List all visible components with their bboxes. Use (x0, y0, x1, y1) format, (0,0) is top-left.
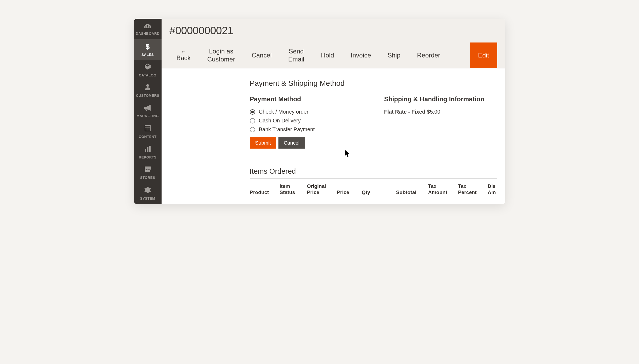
col-price: Price (337, 183, 351, 196)
action-bar: ← Back Login as Customer Cancel Send Ema… (170, 42, 497, 68)
radio-icon (250, 127, 255, 132)
person-icon (145, 84, 150, 92)
payment-shipping-columns: Payment Method Check / Money order Cash … (250, 95, 497, 149)
col-original-price: OriginalPrice (307, 183, 326, 196)
chart-icon (144, 146, 151, 154)
shipping-column: Shipping & Handling Information Flat Rat… (384, 95, 497, 149)
items-ordered-heading: Items Ordered (250, 167, 497, 179)
shipping-method-label: Flat Rate - Fixed (384, 109, 425, 115)
items-ordered-section: Items Ordered Product ItemStatus Origina… (250, 167, 497, 196)
svg-rect-1 (145, 126, 150, 131)
submit-button[interactable]: Submit (250, 137, 276, 149)
sidebar-item-sales[interactable]: $ SALES (134, 39, 162, 60)
svg-point-0 (146, 84, 149, 87)
sidebar-item-marketing[interactable]: MARKETING (134, 101, 162, 122)
col-tax-amount: TaxAmount (428, 183, 447, 196)
col-tax-percent: TaxPercent (458, 183, 477, 196)
sidebar-item-reports[interactable]: REPORTS (134, 142, 162, 163)
reorder-button[interactable]: Reorder (410, 42, 447, 68)
admin-sidebar: DASHBOARD $ SALES CATALOG CUSTOMERS MARK… (134, 19, 162, 204)
sidebar-item-content[interactable]: CONTENT (134, 122, 162, 142)
col-qty: Qty (362, 183, 385, 196)
page-title: #0000000021 (170, 25, 497, 37)
sidebar-label: REPORTS (139, 155, 156, 159)
items-table-header: Product ItemStatus OriginalPrice Price Q… (250, 183, 497, 196)
shipping-amount: $5.00 (427, 109, 440, 115)
app-window: DASHBOARD $ SALES CATALOG CUSTOMERS MARK… (134, 19, 505, 204)
svg-rect-6 (149, 146, 151, 152)
payment-option-bank-transfer[interactable]: Bank Transfer Payment (250, 126, 363, 133)
cancel-payment-button[interactable]: Cancel (278, 137, 305, 149)
shipping-info: Flat Rate - Fixed $5.00 (384, 109, 497, 115)
radio-label: Bank Transfer Payment (259, 126, 315, 133)
col-subtotal: Subtotal (396, 183, 418, 196)
sidebar-label: SYSTEM (140, 196, 155, 200)
dashboard-icon (144, 22, 151, 30)
col-item-status: ItemStatus (280, 183, 296, 196)
sidebar-label: SALES (141, 53, 154, 57)
hold-button[interactable]: Hold (314, 42, 341, 68)
sidebar-label: CATALOG (139, 73, 156, 77)
payment-option-check-money-order[interactable]: Check / Money order (250, 109, 363, 115)
catalog-icon (144, 63, 151, 72)
gear-icon (144, 187, 151, 195)
sidebar-label: DASHBOARD (136, 32, 160, 36)
payment-shipping-heading: Payment & Shipping Method (250, 79, 497, 90)
sidebar-item-stores[interactable]: STORES (134, 163, 162, 183)
layout-icon (144, 125, 151, 133)
sidebar-item-dashboard[interactable]: DASHBOARD (134, 19, 162, 39)
ship-button[interactable]: Ship (381, 42, 407, 68)
radio-label: Check / Money order (259, 109, 309, 115)
main-panel: Payment & Shipping Method Payment Method… (162, 68, 505, 204)
dollar-icon: $ (146, 42, 150, 51)
shipping-heading: Shipping & Handling Information (384, 95, 497, 103)
sidebar-label: CONTENT (139, 135, 156, 139)
svg-rect-4 (145, 149, 146, 152)
edit-button[interactable]: Edit (470, 42, 497, 68)
content-area: #0000000021 ← Back Login as Customer Can… (162, 19, 505, 204)
page-header: #0000000021 ← Back Login as Customer Can… (162, 19, 505, 68)
sidebar-item-system[interactable]: SYSTEM (134, 183, 162, 204)
radio-label: Cash On Delivery (259, 118, 301, 124)
back-label: Back (177, 54, 191, 62)
payment-column: Payment Method Check / Money order Cash … (250, 95, 363, 149)
cancel-button[interactable]: Cancel (245, 42, 279, 68)
store-icon (144, 166, 151, 174)
sidebar-label: CUSTOMERS (136, 94, 159, 98)
megaphone-icon (144, 105, 151, 112)
svg-rect-5 (147, 147, 148, 152)
radio-icon (250, 118, 255, 123)
sidebar-label: STORES (140, 176, 155, 180)
arrow-left-icon: ← (181, 49, 186, 55)
col-discount: DisAm (488, 183, 497, 196)
col-product: Product (250, 183, 269, 196)
sidebar-item-customers[interactable]: CUSTOMERS (134, 80, 162, 101)
radio-icon (250, 109, 255, 115)
payment-method-heading: Payment Method (250, 95, 363, 103)
back-button[interactable]: ← Back (170, 42, 198, 68)
invoice-button[interactable]: Invoice (344, 42, 378, 68)
send-email-button[interactable]: Send Email (281, 42, 311, 68)
sidebar-item-catalog[interactable]: CATALOG (134, 60, 162, 80)
payment-method-buttons: Submit Cancel (250, 137, 363, 149)
cursor-icon (345, 150, 350, 158)
sidebar-label: MARKETING (136, 114, 159, 118)
payment-option-cash-on-delivery[interactable]: Cash On Delivery (250, 118, 363, 124)
login-as-customer-button[interactable]: Login as Customer (200, 42, 242, 68)
